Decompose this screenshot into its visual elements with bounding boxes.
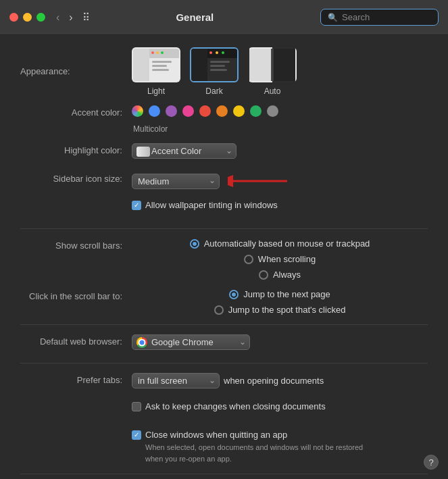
sidebar-icon-size-select[interactable]: Small Medium Large [132,174,220,189]
allow-wallpaper-control: ✓ Allow wallpaper tinting in windows [132,200,428,210]
prefer-tabs-row: Prefer tabs: always in full screen manua… [20,373,428,392]
accent-color-row: Accent color: Multicolor [20,105,428,134]
show-scroll-bars-row: Show scroll bars: Automatically based on… [20,238,428,280]
back-arrow[interactable]: ‹ [53,10,62,25]
fullscreen-button[interactable] [36,13,45,22]
appearance-auto[interactable]: Auto [248,47,297,96]
scroll-scrolling-radio-btn[interactable] [244,255,253,264]
highlight-color-select-wrapper[interactable]: Accent Color [132,143,237,159]
close-windows-row: ✓ Close windows when quitting an app Whe… [20,430,428,464]
accent-pink[interactable] [182,105,194,117]
scroll-radio-always[interactable]: Always [259,270,301,280]
close-windows-hint: When selected, open documents and window… [145,442,375,464]
scroll-radio-auto[interactable]: Automatically based on mouse or trackpad [190,238,370,249]
multicolor-label: Multicolor [133,124,168,134]
separator-2 [20,324,428,325]
highlight-color-control: Accent Color [132,143,428,159]
prefer-tabs-control: always in full screen manually when open… [132,373,428,388]
when-opening-label: when opening documents [224,376,324,386]
dark-label: Dark [205,86,222,96]
ask-keep-changes-label: Ask to keep changes when closing documen… [145,401,326,411]
titlebar: ‹ › ⠿ General 🔍 [0,0,448,35]
click-scroll-bar-control: Jump to the next page Jump to the spot t… [132,289,428,315]
scroll-always-label: Always [273,270,301,280]
prefer-tabs-select[interactable]: always in full screen manually [132,373,220,388]
sidebar-icon-size-label: Sidebar icon size: [20,172,132,184]
auto-thumb[interactable] [248,47,297,82]
allow-wallpaper-checkbox[interactable]: ✓ [132,201,141,210]
scroll-radio-scrolling[interactable]: When scrolling [244,254,316,264]
click-next-page[interactable]: Jump to the next page [229,289,330,299]
light-label: Light [147,86,165,96]
default-browser-label: Default web browser: [20,334,132,347]
close-button[interactable] [9,13,18,22]
auto-label: Auto [264,86,281,96]
click-scroll-bar-label: Click in the scroll bar to: [20,289,132,301]
red-arrow-icon [228,172,289,191]
scroll-always-radio-btn[interactable] [259,270,268,280]
highlight-color-row: Highlight color: Accent Color [20,143,428,162]
search-box[interactable]: 🔍 [320,9,439,26]
search-input[interactable] [342,12,430,22]
allow-wallpaper-row: ✓ Allow wallpaper tinting in windows [20,200,428,219]
separator-3 [20,363,428,363]
accent-color-control: Multicolor [132,105,428,134]
minimize-button[interactable] [23,13,32,22]
click-scroll-bar-row: Click in the scroll bar to: Jump to the … [20,289,428,315]
click-spot-label: Jump to the spot that's clicked [228,305,346,315]
highlight-color-label: Highlight color: [20,143,132,155]
close-windows-label: Close windows when quitting an app [145,430,287,440]
allow-wallpaper-label: Allow wallpaper tinting in windows [145,200,278,210]
sidebar-icon-size-row: Sidebar icon size: Small Medium Large [20,172,428,191]
arrow-annotation: Small Medium Large [132,172,289,191]
default-browser-select-wrapper[interactable]: Google Chrome Safari Firefox [132,334,250,350]
ask-keep-changes-control: Ask to keep changes when closing documen… [132,401,428,411]
appearance-dark[interactable]: Dark [190,47,239,96]
appearance-light[interactable]: Light [132,47,180,96]
default-browser-row: Default web browser: Google Chrome Safar… [20,334,428,353]
click-spot-clicked[interactable]: Jump to the spot that's clicked [214,305,346,315]
main-content: Appearance: Light Dark [0,35,448,479]
accent-red[interactable] [199,105,211,117]
sidebar-icon-size-select-wrapper[interactable]: Small Medium Large [132,174,220,189]
click-next-page-label: Jump to the next page [243,289,330,299]
appearance-label: Appearance: [20,64,80,76]
accent-purple[interactable] [166,105,177,117]
light-thumb[interactable] [132,47,180,82]
search-icon: 🔍 [328,13,338,22]
separator-1 [20,228,428,229]
accent-blue[interactable] [149,105,160,117]
dark-thumb[interactable] [190,47,239,82]
click-next-page-radio[interactable] [229,290,239,299]
window-title: General [70,11,320,23]
accent-graphite[interactable] [267,105,278,117]
scroll-auto-radio-btn[interactable] [190,239,199,249]
sidebar-icon-size-control: Small Medium Large [132,172,428,191]
ask-keep-changes-row: Ask to keep changes when closing documen… [20,401,428,420]
close-windows-checkbox[interactable]: ✓ [132,430,141,440]
scroll-auto-label: Automatically based on mouse or trackpad [204,238,370,249]
prefer-tabs-label: Prefer tabs: [20,373,132,385]
separator-4 [20,474,428,474]
accent-color-swatches [132,105,278,117]
traffic-lights [9,13,45,22]
ask-keep-changes-checkbox[interactable] [132,402,141,411]
accent-color-label: Accent color: [20,105,132,118]
prefer-tabs-select-wrapper[interactable]: always in full screen manually [132,373,220,388]
default-browser-control: Google Chrome Safari Firefox [132,334,428,350]
appearance-section: Appearance: Light Dark [20,47,428,96]
help-button[interactable]: ? [424,455,439,470]
accent-orange[interactable] [216,105,228,117]
scroll-scrolling-label: When scrolling [258,254,316,264]
accent-yellow[interactable] [233,105,245,117]
default-browser-select[interactable]: Google Chrome Safari Firefox [132,334,250,350]
accent-multicolor[interactable] [132,105,143,117]
click-spot-radio[interactable] [214,305,224,315]
show-scroll-bars-label: Show scroll bars: [20,238,132,251]
window: ‹ › ⠿ General 🔍 Appearance: Light [0,0,448,479]
show-scroll-bars-control: Automatically based on mouse or trackpad… [132,238,428,280]
accent-green[interactable] [250,105,262,117]
